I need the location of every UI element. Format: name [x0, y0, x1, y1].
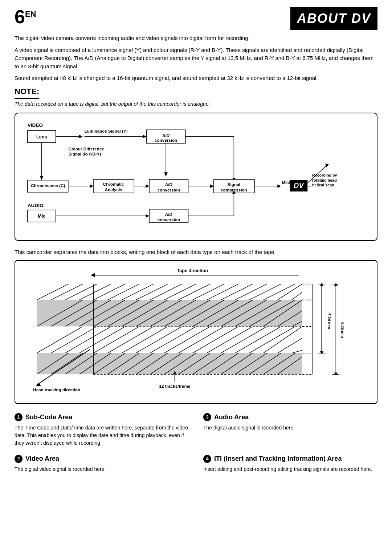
- svg-marker-140: [320, 283, 323, 286]
- page-header: 6EN ABOUT DV: [15, 7, 377, 30]
- note-section: NOTE: The data recorded on a tape is dig…: [15, 86, 377, 108]
- head-tracking-arrow: [36, 383, 41, 387]
- svg-marker-34: [325, 164, 329, 167]
- mic-label: Mic: [38, 214, 45, 219]
- svg-marker-3: [143, 135, 147, 138]
- tape-stripes: [37, 284, 302, 375]
- arrow-lens-to-luminance: [79, 135, 83, 138]
- mini-label: Mini: [282, 181, 290, 185]
- svg-marker-10: [40, 176, 44, 180]
- svg-marker-146: [334, 372, 338, 375]
- svg-rect-93: [37, 327, 302, 353]
- separator-paragraph: This camcorder separates the data into b…: [15, 248, 377, 257]
- signal-compression-label: Signal: [228, 182, 240, 187]
- ad-conv-bot: A/D: [165, 212, 172, 217]
- section-audio: 3 Audio Area The digital audio signal is…: [203, 413, 377, 447]
- paragraph-1: The digital video camera converts incomi…: [15, 34, 377, 43]
- signal-diagram-box: VIDEO Lens Luminance Signal (Y) A/D conv…: [15, 113, 377, 241]
- subcode-heading: 1 Sub-Code Area: [15, 413, 189, 422]
- section-subcode: 1 Sub-Code Area The Time Code and Date/T…: [15, 413, 189, 447]
- video-label: VIDEO: [28, 123, 43, 128]
- paragraph-2: A video signal is composed of a luminanc…: [15, 46, 377, 71]
- chromatic-analysis-label: Chromatic: [103, 182, 124, 187]
- svg-marker-7: [164, 173, 168, 177]
- dim2-label: 6.35 mm: [340, 322, 345, 338]
- svg-marker-17: [146, 185, 149, 188]
- video-area-text: The digital video signal is recorded her…: [15, 465, 189, 473]
- chrominance-label: Chrominance (C): [31, 183, 65, 188]
- svg-text:rotating head: rotating head: [312, 178, 337, 182]
- audio-area-text: The digital audio signal is recorded her…: [203, 424, 377, 432]
- svg-marker-37: [146, 214, 149, 218]
- audio-area-heading: 3 Audio Area: [203, 413, 377, 422]
- note-heading: NOTE:: [15, 86, 39, 99]
- dim1-label: 5.24 mm: [327, 314, 331, 329]
- svg-marker-141: [320, 351, 323, 354]
- svg-marker-13: [90, 185, 93, 188]
- video-area-heading: 2 Video Area: [15, 454, 189, 463]
- tracks-label: 12 tracks/frame: [159, 384, 191, 388]
- bottom-sections: 1 Sub-Code Area The Time Code and Date/T…: [15, 413, 377, 473]
- head-tracking-label: Head tracking direction: [33, 387, 80, 392]
- ad-conv-top: A/D: [162, 133, 170, 138]
- svg-marker-21: [210, 185, 214, 188]
- svg-rect-73: [37, 300, 302, 326]
- dv-logo-text: DV: [294, 182, 304, 190]
- svg-text:Analysis: Analysis: [105, 187, 123, 192]
- note-text: The data recorded on a tape is digital, …: [15, 101, 377, 108]
- colour-diff-label: Colour Difference: [69, 146, 105, 151]
- ad-conv-mid: A/D: [165, 182, 172, 187]
- bullet-2: 2: [15, 455, 23, 463]
- section-iti: 4 ITI (Insert and Tracking Information) …: [203, 454, 377, 473]
- tape-direction-label: Tape direction: [177, 268, 208, 273]
- about-dv-title: ABOUT DV: [290, 7, 377, 30]
- svg-text:conversion: conversion: [158, 217, 180, 222]
- svg-marker-145: [334, 283, 338, 286]
- section-video: 2 Video Area The digital video signal is…: [15, 454, 189, 473]
- bullet-1: 1: [15, 413, 23, 421]
- svg-text:conversion: conversion: [155, 138, 177, 143]
- lens-label: Lens: [36, 134, 47, 140]
- svg-text:conversion: conversion: [158, 187, 180, 192]
- tape-direction-arrow: [90, 273, 95, 277]
- tape-diagram-box: Tape direction Sub-Code Area Video Area …: [15, 260, 377, 404]
- audio-label: AUDIO: [28, 203, 44, 208]
- paragraph-3: Sound sampled at 48 kHz is changed to a …: [15, 74, 377, 82]
- bullet-4: 4: [203, 455, 211, 463]
- iti-heading: 4 ITI (Insert and Tracking Information) …: [203, 454, 377, 463]
- svg-text:Signal (R-Y/B-Y): Signal (R-Y/B-Y): [69, 152, 101, 157]
- subcode-text: The Time Code and Date/Time data are wri…: [15, 424, 189, 447]
- page-number: 6EN: [15, 7, 36, 26]
- signal-flow-svg: VIDEO Lens Luminance Signal (Y) A/D conv…: [23, 119, 369, 233]
- iti-text: Insert editing and post-recording editin…: [203, 465, 377, 473]
- tape-diagram-svg: Tape direction Sub-Code Area Video Area …: [23, 265, 369, 396]
- luminance-signal-label: Luminance Signal (Y): [85, 129, 128, 133]
- svg-marker-25: [277, 185, 281, 188]
- bullet-3: 3: [203, 413, 211, 421]
- svg-text:helical scan: helical scan: [312, 183, 334, 187]
